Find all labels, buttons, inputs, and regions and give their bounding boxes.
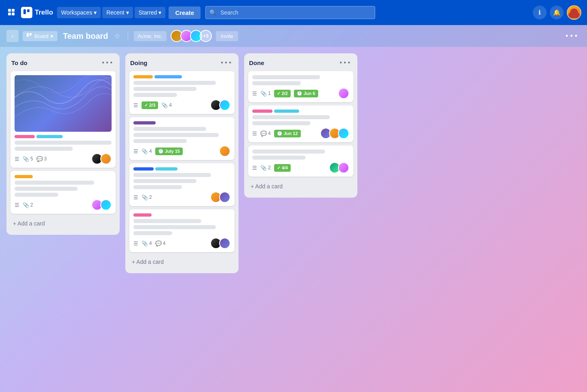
card-line-1 [133,173,211,177]
create-btn[interactable]: Create [169,6,201,19]
card-member-avatars [329,162,349,173]
column-header-todo: To do • • • [11,58,116,67]
attach-count: 2 [30,202,33,208]
card-line-1 [252,75,320,79]
card-tags [133,75,230,78]
card-member-avatars [91,153,112,164]
svg-rect-7 [30,33,32,36]
checklist-badge: ✓ 2/3 [141,101,158,109]
card-avatar-3 [338,128,349,139]
card-doing-2[interactable]: ☰ 📎 4 🕐 July 15 [129,117,234,160]
card-line-3 [133,231,172,235]
card-line-2 [252,81,301,85]
board-content: To do • • • [0,47,587,392]
card-meta-2: ☰ 📎 2 [15,199,112,211]
card-member-avatars [320,128,349,139]
due-date-text: Jun 12 [284,131,298,136]
trello-wordmark: Trello [35,8,53,17]
board-title: Team board [63,32,108,41]
workspace-label[interactable]: Acme, Inc. [134,31,167,41]
chevron-down-icon: ▾ [51,33,53,39]
attach-icon: 📎 4 [141,148,152,154]
card-done-1[interactable]: ☰ 📎 1 ✓ 2/2 🕐 Jun 6 [248,71,353,102]
checklist-icon: ✓ [277,165,281,171]
member-count-badge[interactable]: +3 [200,30,212,42]
board-view-btn[interactable]: Board ▾ [23,31,57,41]
card-line-2 [252,121,310,125]
add-card-btn-todo[interactable]: + Add a card [11,217,116,230]
user-avatar[interactable] [567,5,581,20]
card-member-avatars [210,238,230,249]
card-tags [133,167,230,171]
card-todo-1[interactable]: ☰ 📎 5 💬 3 [11,71,116,168]
attach-icon: 📎 5 [23,156,33,162]
invite-btn[interactable]: Invite [216,31,238,41]
card-doing-4[interactable]: ☰ 📎 4 💬 4 [129,209,234,252]
card-line-2 [15,147,73,151]
board-header: ‹ Board ▾ Team board ☆ Acme, Inc. +3 Inv… [0,25,587,47]
card-line-2 [133,87,196,91]
card-line-3 [133,139,187,143]
description-icon: ☰ [133,240,138,247]
search-input[interactable] [205,6,375,19]
card-line-1 [15,141,112,145]
checklist-badge: ✓ 4/4 [274,164,291,172]
card-doing-3[interactable]: ☰ 📎 2 [129,163,234,206]
column-menu-btn-done[interactable]: • • • [337,58,353,67]
card-line-3 [133,185,182,189]
description-icon: ☰ [252,165,257,171]
column-menu-btn-doing[interactable]: • • • [218,58,234,67]
description-icon: ☰ [252,131,257,137]
attach-icon: 📎 1 [260,91,271,97]
description-icon: ☰ [133,194,138,200]
starred-btn[interactable]: Starred ▾ [135,7,166,18]
add-card-btn-done[interactable]: + Add a card [248,180,353,193]
checklist-count: 2/2 [282,91,288,96]
description-icon: ☰ [15,156,19,162]
workspaces-btn[interactable]: Workspaces ▾ [57,7,101,18]
card-tags [15,135,112,138]
card-todo-2[interactable]: ☰ 📎 2 [11,171,116,214]
info-btn[interactable]: ℹ [533,6,547,19]
attach-icon: 📎 2 [141,194,152,200]
add-card-btn-doing[interactable]: + Add a card [129,255,234,268]
column-header-doing: Doing • • • [129,58,234,67]
recent-btn[interactable]: Recent ▾ [102,7,133,18]
svg-rect-1 [12,9,15,12]
due-date-badge: 🕐 Jun 12 [274,130,301,137]
svg-rect-2 [8,13,11,15]
clock-icon: 🕐 [277,131,283,136]
card-line-2 [133,179,196,183]
comment-count: 3 [44,156,47,162]
card-avatar-2 [219,192,230,203]
member-avatars: +3 [171,30,212,42]
comment-count: 4 [268,131,271,136]
card-member-avatars [91,199,112,211]
grid-menu-btn[interactable] [6,7,18,18]
card-meta-4: ☰ 📎 4 🕐 July 15 [133,145,230,157]
card-done-3[interactable]: ☰ 📎 2 ✓ 4/4 [248,145,353,177]
due-date-text: July 15 [165,149,180,154]
tag-yellow [15,175,33,178]
sidebar-toggle-btn[interactable]: ‹ [6,30,19,42]
card-avatar-2 [219,238,230,249]
column-menu-btn-todo[interactable]: • • • [99,58,115,67]
due-date-badge: 🕐 Jun 6 [294,90,318,97]
card-done-2[interactable]: ☰ 💬 4 🕐 Jun 12 [248,105,353,142]
tag-blue [154,75,182,78]
svg-rect-6 [27,33,29,37]
notification-btn[interactable]: 🔔 [550,6,564,19]
card-meta-1: ☰ 📎 5 💬 3 [15,153,112,164]
tag-cyan [274,110,299,113]
card-cover [15,75,112,132]
card-avatar-2 [338,162,349,173]
card-member-avatars [210,99,230,111]
comment-icon: 💬 4 [155,240,166,247]
trello-logo[interactable]: Trello [21,7,53,18]
star-btn[interactable]: ☆ [112,30,122,42]
column-todo: To do • • • [6,53,120,235]
tag-purple [133,121,156,124]
chevron-down-icon: ▾ [158,9,161,16]
card-doing-1[interactable]: ☰ ✓ 2/3 📎 4 [129,71,234,114]
more-options-btn[interactable]: • • • [562,30,581,42]
